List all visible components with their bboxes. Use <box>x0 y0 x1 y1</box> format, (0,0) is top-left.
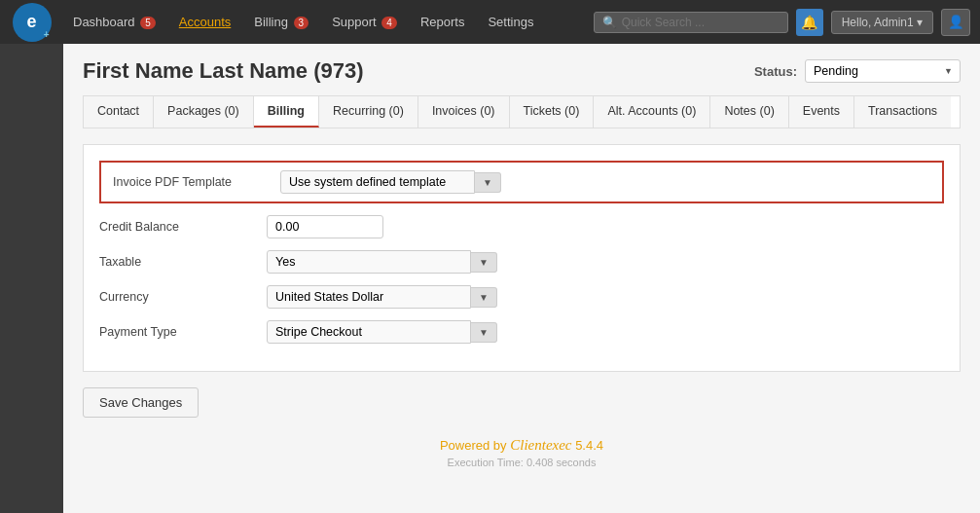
currency-select[interactable]: United States Dollar <box>267 285 471 309</box>
invoice-pdf-label: Invoice PDF Template <box>113 175 269 189</box>
nav-dashboard-label: Dashboard <box>73 15 135 29</box>
notification-button[interactable]: 🔔 <box>796 9 823 36</box>
admin-label: Hello, Admin1 ▾ <box>842 16 923 29</box>
nav-billing[interactable]: Billing 3 <box>244 11 318 33</box>
powered-by-text: Powered by <box>440 438 507 453</box>
credit-balance-input[interactable] <box>267 215 383 238</box>
admin-menu-button[interactable]: Hello, Admin1 ▾ <box>831 11 933 34</box>
tab-contact[interactable]: Contact <box>84 96 154 128</box>
payment-type-row: Payment Type Stripe Checkout ▼ <box>99 320 944 344</box>
nav-support-badge: 4 <box>381 17 397 29</box>
currency-row: Currency United States Dollar ▼ <box>99 285 944 309</box>
payment-type-dropdown-btn[interactable]: ▼ <box>471 322 497 343</box>
taxable-select-wrapper: Yes ▼ <box>267 250 497 274</box>
status-select-wrapper: Pending <box>805 59 961 83</box>
credit-balance-label: Credit Balance <box>99 220 255 234</box>
taxable-label: Taxable <box>99 255 255 269</box>
currency-dropdown-btn[interactable]: ▼ <box>471 287 497 308</box>
invoice-pdf-select-wrapper: Use system defined template ▼ <box>280 170 501 194</box>
status-select[interactable]: Pending <box>805 59 961 83</box>
user-avatar-icon: 👤 <box>948 15 964 29</box>
nav-billing-label: Billing <box>254 15 288 29</box>
credit-balance-row: Credit Balance <box>99 215 944 238</box>
currency-select-wrapper: United States Dollar ▼ <box>267 285 497 309</box>
invoice-pdf-row: Invoice PDF Template Use system defined … <box>99 161 944 203</box>
logo-text: e <box>26 12 36 32</box>
taxable-row: Taxable Yes ▼ <box>99 250 944 274</box>
tab-tickets[interactable]: Tickets (0) <box>510 96 595 128</box>
tab-notes[interactable]: Notes (0) <box>710 96 788 128</box>
billing-form-section: Invoice PDF Template Use system defined … <box>83 144 961 372</box>
notification-icon: 🔔 <box>801 15 817 30</box>
content-area: First Name Last Name (973) Status: Pendi… <box>63 44 980 513</box>
footer: Powered by Clientexec 5.4.4 Execution Ti… <box>83 418 961 488</box>
payment-type-label: Payment Type <box>99 325 255 339</box>
nav-accounts-label: Accounts <box>179 15 231 29</box>
search-input[interactable] <box>622 16 780 29</box>
tab-recurring[interactable]: Recurring (0) <box>319 96 418 128</box>
tab-events[interactable]: Events <box>789 96 854 128</box>
main-wrapper: First Name Last Name (973) Status: Pendi… <box>0 44 980 513</box>
footer-version: 5.4.4 <box>575 438 603 453</box>
tab-billing[interactable]: Billing <box>254 96 319 128</box>
nav-accounts[interactable]: Accounts <box>169 11 240 33</box>
search-icon: 🔍 <box>602 16 617 29</box>
tab-alt-accounts[interactable]: Alt. Accounts (0) <box>594 96 710 128</box>
top-navigation: e + Dashboard 5 Accounts Billing 3 Suppo… <box>0 0 980 44</box>
footer-powered: Powered by Clientexec 5.4.4 <box>102 437 941 454</box>
nav-reports-label: Reports <box>420 15 465 29</box>
sidebar <box>0 44 63 513</box>
logo-plus: + <box>44 29 50 40</box>
payment-type-select[interactable]: Stripe Checkout <box>267 320 471 344</box>
nav-support[interactable]: Support 4 <box>322 11 407 33</box>
nav-settings-label: Settings <box>488 15 533 29</box>
nav-reports[interactable]: Reports <box>411 11 475 33</box>
tab-invoices[interactable]: Invoices (0) <box>418 96 510 128</box>
footer-exec-time: Execution Time: 0.408 seconds <box>102 457 941 468</box>
page-title: First Name Last Name (973) <box>83 58 364 84</box>
save-label: Save Changes <box>99 395 182 410</box>
nav-settings[interactable]: Settings <box>478 11 543 33</box>
tab-packages[interactable]: Packages (0) <box>154 96 254 128</box>
nav-billing-badge: 3 <box>294 17 309 29</box>
invoice-pdf-dropdown-btn[interactable]: ▼ <box>475 172 501 193</box>
nav-dashboard[interactable]: Dashboard 5 <box>63 11 165 33</box>
status-row: Status: Pending <box>754 59 961 83</box>
logo[interactable]: e + <box>10 0 54 44</box>
user-avatar-button[interactable]: 👤 <box>941 9 970 36</box>
status-label: Status: <box>754 64 797 79</box>
footer-brand: Clientexec <box>510 437 571 453</box>
search-box: 🔍 <box>594 12 788 33</box>
payment-type-select-wrapper: Stripe Checkout ▼ <box>267 320 497 344</box>
taxable-select[interactable]: Yes <box>267 250 471 274</box>
invoice-pdf-select[interactable]: Use system defined template <box>280 170 475 194</box>
taxable-dropdown-btn[interactable]: ▼ <box>471 252 497 273</box>
tabs: Contact Packages (0) Billing Recurring (… <box>83 95 961 128</box>
page-header: First Name Last Name (973) Status: Pendi… <box>83 58 961 84</box>
save-button[interactable]: Save Changes <box>83 387 199 418</box>
currency-label: Currency <box>99 290 255 304</box>
nav-support-label: Support <box>332 15 377 29</box>
nav-dashboard-badge: 5 <box>140 17 156 29</box>
tab-transactions[interactable]: Transactions <box>854 96 951 128</box>
